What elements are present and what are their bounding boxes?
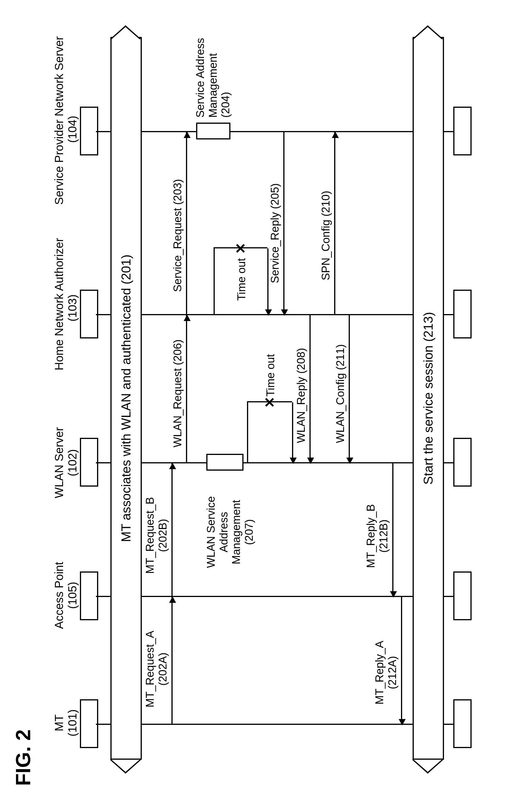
actor-wlan-foot xyxy=(453,438,472,487)
banner-bottom-cap-left xyxy=(412,760,443,774)
actor-spn-head xyxy=(80,107,98,156)
label-service-request: Service_Request (203) xyxy=(171,179,184,292)
label-wlan-request: WLAN_Request (206) xyxy=(171,339,184,447)
label-mt-reply-b: MT_Reply_B (212B) xyxy=(365,504,390,568)
actor-hna-foot xyxy=(453,290,472,338)
figure-label: FIG. 2 xyxy=(12,729,35,786)
timeout-hna-top xyxy=(214,248,215,315)
actor-ap-label: Access Point (105) xyxy=(52,562,79,629)
actor-ap-head xyxy=(80,571,98,620)
label-mt-reply-a: MT_Reply_A (212A) xyxy=(373,641,399,705)
label-wlan-service-address-mgmt: WLAN Service Address Management (207) xyxy=(205,496,256,568)
arrow-service-request xyxy=(186,132,187,315)
timeout-wlan-bot xyxy=(292,402,293,463)
actor-ap-foot xyxy=(453,571,472,620)
timeout-hna-bot xyxy=(267,248,269,315)
banner-bottom-text: Start the service session (213) xyxy=(421,312,435,484)
sequence-diagram: MT (101) Access Point (105) WLAN Server … xyxy=(35,42,500,754)
timeout-wlan-top xyxy=(247,402,248,463)
arrow-wlan-config xyxy=(349,315,350,463)
arrow-wlan-request xyxy=(186,315,187,463)
actor-hna-head xyxy=(80,290,98,338)
label-service-address-mgmt: Service Address Management (204) xyxy=(194,38,232,118)
banner-top-text: MT associates with WLAN and authenticate… xyxy=(119,255,133,542)
arrow-spn-config xyxy=(334,132,335,315)
actor-wlan-label: WLAN Server (102) xyxy=(52,427,79,498)
box-wlan-service-address-mgmt xyxy=(206,454,243,470)
arrow-mt-reply-b xyxy=(392,463,393,597)
box-service-address-mgmt xyxy=(196,122,230,140)
banner-top-cap-right xyxy=(110,25,141,39)
actor-mt-label: MT (101) xyxy=(52,709,79,737)
actor-mt-foot xyxy=(453,699,472,748)
actor-spn-foot xyxy=(453,107,472,156)
label-timeout-wlan: Time out xyxy=(264,354,277,396)
banner-top-cap-left xyxy=(110,760,141,774)
label-mt-request-a: MT_Request_A (202A) xyxy=(144,631,169,707)
lifeline-hna xyxy=(96,314,453,315)
arrow-mt-request-a xyxy=(171,597,173,725)
actor-spn-label: Service Provider Network Server (104) xyxy=(52,54,79,205)
banner-bottom-cap-right xyxy=(412,25,443,39)
actor-wlan-head xyxy=(80,438,98,487)
banner-bottom: Start the service session (213) xyxy=(413,37,444,760)
lifeline-spn xyxy=(96,131,453,132)
x-icon-hna: ✕ xyxy=(232,243,249,254)
x-icon-wlan: ✕ xyxy=(261,396,278,408)
arrow-mt-request-b xyxy=(171,463,173,597)
label-spn-config: SPN_Config (210) xyxy=(320,191,332,280)
banner-top: MT associates with WLAN and authenticate… xyxy=(111,37,142,760)
label-wlan-reply: WLAN_Reply (208) xyxy=(295,348,308,443)
actor-hna-label: Home Network Authorizer (103) xyxy=(52,246,79,371)
lifeline-wlan xyxy=(96,462,453,463)
arrow-mt-reply-a xyxy=(401,597,402,725)
label-mt-request-b: MT_Request_B (202B) xyxy=(144,497,169,574)
lifeline-ap xyxy=(96,596,453,597)
label-service-reply: Service_Reply (205) xyxy=(269,183,282,283)
label-wlan-config: WLAN_Config (211) xyxy=(334,344,347,443)
actor-mt-head xyxy=(80,699,98,748)
arrow-service-reply xyxy=(283,132,285,315)
label-timeout-hna: Time out xyxy=(235,258,248,301)
arrow-wlan-reply xyxy=(310,315,311,463)
